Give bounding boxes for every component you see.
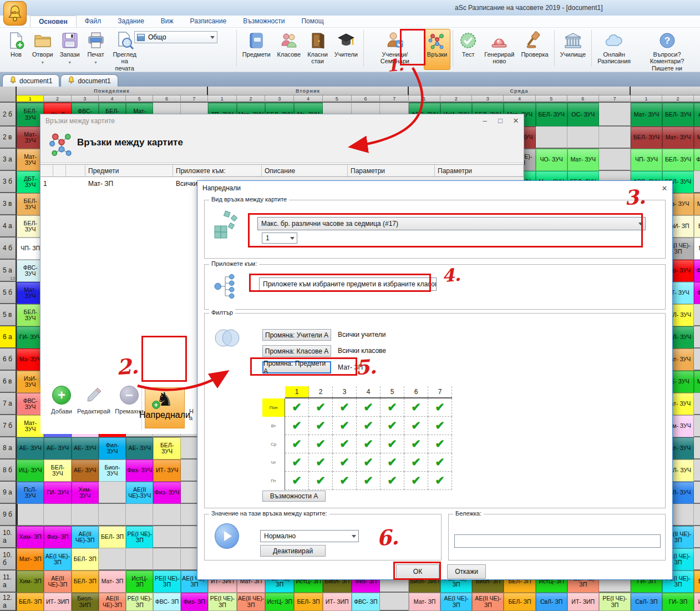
lesson-card[interactable]: БЕЛ- ЗП: [72, 548, 99, 570]
lesson-card[interactable]: АЕ(II ЧЕ)-ЗП: [472, 593, 504, 611]
timetable-cell[interactable]: [126, 548, 153, 570]
lesson-card[interactable]: Мат- ЗУЧ: [567, 149, 599, 171]
grid-check-cell[interactable]: ✔: [333, 472, 357, 490]
lesson-card[interactable]: БЕЛ- ЗП: [99, 526, 126, 548]
grid-check-cell[interactable]: ✔: [333, 398, 357, 417]
menu-item-Основен[interactable]: Основен: [30, 16, 77, 27]
ribbon-button-teachers[interactable]: Учители: [331, 29, 361, 70]
lesson-card[interactable]: БЕЛ- ЗП: [294, 593, 323, 611]
lesson-card[interactable]: Физ- ЗУЧ: [153, 482, 180, 504]
row-label-2 б[interactable]: 2 б: [0, 103, 17, 127]
lesson-card[interactable]: ЧО- ЗУЧ: [536, 149, 567, 171]
lesson-card[interactable]: Мат- ЗУЧ: [694, 371, 700, 393]
lesson-card[interactable]: СвЛ- ЗП: [631, 593, 662, 611]
options-a-button[interactable]: Възможности А: [262, 491, 326, 502]
lesson-card[interactable]: ИТ- ЗИП: [567, 593, 599, 611]
lesson-card[interactable]: АЕ- ЗУЧ: [72, 437, 99, 459]
grid-check-cell[interactable]: ✔: [381, 398, 404, 417]
timetable-cell[interactable]: [694, 171, 700, 193]
grid-check-cell[interactable]: ✔: [285, 453, 309, 472]
maximize-icon[interactable]: □: [493, 115, 508, 127]
timetable-cell[interactable]: [72, 504, 99, 526]
ribbon-button-open-folder[interactable]: Отвори: [29, 29, 57, 70]
lesson-card[interactable]: БЕЛ- ЗП: [694, 570, 700, 593]
lesson-card[interactable]: Мат- ЗП: [694, 238, 700, 260]
menu-item-Помощ[interactable]: Помощ: [293, 16, 332, 27]
row-label-5 а[interactable]: 5 а13: [0, 260, 17, 282]
grid-check-cell[interactable]: ✔: [357, 435, 381, 453]
menu-item-Възможности[interactable]: Възможности: [235, 16, 293, 27]
lesson-card[interactable]: ИстЦ- ЗП: [126, 570, 153, 593]
grid-check-cell[interactable]: ✔: [428, 435, 452, 453]
ribbon-button-classes[interactable]: Класове: [274, 29, 305, 70]
lesson-card[interactable]: ИТ- ЗИП: [44, 593, 71, 611]
lesson-card[interactable]: АЕ- ЗУЧ: [72, 459, 99, 482]
lesson-card[interactable]: ФВС- ЗУЧ: [694, 260, 700, 282]
grid-check-cell[interactable]: ✔: [357, 417, 381, 435]
ribbon-button-check[interactable]: Проверка: [518, 29, 551, 70]
timetable-cell[interactable]: [153, 526, 180, 548]
lesson-card[interactable]: БЕЛ- ЗУЧ: [153, 437, 180, 459]
document-tab-0[interactable]: document1: [2, 74, 59, 87]
menu-item-Файл[interactable]: Файл: [77, 16, 110, 27]
lesson-card[interactable]: Мат- ЗУЧ: [694, 193, 700, 215]
timetable-cell[interactable]: [44, 504, 71, 526]
timetable-cell[interactable]: [380, 593, 409, 611]
grid-check-cell[interactable]: ✔: [285, 398, 309, 417]
advanced-button[interactable]: ♞+ Напреднали: [145, 387, 185, 428]
lesson-card[interactable]: Физ- ЗП: [44, 526, 71, 548]
lesson-card[interactable]: БЕЛ- ЗУЧ: [631, 127, 662, 149]
close-icon[interactable]: ✕: [508, 115, 524, 127]
add-link-button[interactable]: + Добави: [44, 385, 79, 415]
lesson-card[interactable]: РЕ(I ЧЕ)-ЗП: [599, 593, 631, 611]
lesson-card[interactable]: Мат- ЗУЧ: [17, 415, 44, 437]
grid-check-cell[interactable]: ✔: [357, 472, 381, 490]
row-label-11. а[interactable]: 11. а: [0, 570, 17, 593]
lesson-card[interactable]: БЕЛ- ЗП: [17, 593, 44, 611]
lesson-card[interactable]: Физ- ЗП: [181, 593, 208, 611]
lesson-card[interactable]: ФВС- ЗП: [153, 593, 180, 611]
lesson-card[interactable]: АЕ(II ЧЕ)-ЗУЧ: [126, 482, 153, 504]
row-label-5 в[interactable]: 5 в: [0, 304, 17, 326]
close-icon[interactable]: ✕: [657, 183, 672, 194]
row-label-9 а[interactable]: 9 а: [0, 482, 17, 504]
change-classes-button[interactable]: Промяна: Класове А: [262, 345, 331, 357]
timetable-cell[interactable]: [99, 548, 126, 570]
row-label-6 в[interactable]: 6 в: [0, 371, 17, 393]
ribbon-button-links[interactable]: Връзки: [424, 29, 450, 70]
lesson-card[interactable]: ФВС- ЗП: [352, 593, 381, 611]
lesson-card[interactable]: Физ- ЗУЧ: [126, 459, 153, 482]
timetable-cell[interactable]: [567, 127, 599, 149]
lesson-card[interactable]: РЕ(I ЧЕ)-ЗП: [208, 593, 237, 611]
lesson-card[interactable]: РЕ(I ЧЕ)-ЗП: [126, 526, 153, 548]
lesson-card[interactable]: Биол- ЗУЧ: [99, 459, 126, 482]
lesson-card[interactable]: Биол- ЗИП: [72, 593, 99, 611]
lesson-card[interactable]: АЕ- ЗУЧ: [694, 103, 700, 127]
lesson-card[interactable]: БЕЛ- ЗП: [694, 215, 700, 238]
dialog1-title-bar[interactable]: Връзки между картите – □ ✕: [40, 114, 524, 127]
grid-check-cell[interactable]: ✔: [357, 398, 381, 417]
grid-check-cell[interactable]: ✔: [285, 417, 309, 435]
lesson-card[interactable]: Мат- ЗП: [17, 548, 44, 570]
lesson-card[interactable]: БЕЛ- ЗУЧ: [44, 459, 71, 482]
lesson-card[interactable]: Хим- ЗП: [17, 526, 44, 548]
lesson-card[interactable]: БЕЛ- ЗУЧ: [536, 103, 567, 127]
row-label-7 б[interactable]: 7 б: [0, 415, 17, 437]
timetable-cell[interactable]: [99, 482, 126, 504]
row-label-9 б[interactable]: 9 б: [0, 504, 17, 526]
lesson-card[interactable]: БЕЛ- ЗУЧ: [662, 149, 694, 171]
view-select[interactable]: Общо: [134, 31, 217, 43]
ribbon-button-save[interactable]: Запази: [57, 29, 83, 70]
timetable-cell[interactable]: [153, 504, 180, 526]
grid-check-cell[interactable]: ✔: [333, 435, 357, 453]
grid-check-cell[interactable]: ✔: [309, 435, 333, 453]
lesson-card[interactable]: ПсЛ- ЗУЧ: [17, 482, 44, 504]
lesson-card[interactable]: ФВС- ЗУЧ: [694, 149, 700, 171]
lesson-card[interactable]: Хим- ЗП: [17, 570, 44, 593]
cancel-button[interactable]: Откажи: [447, 564, 486, 579]
timetable-cell[interactable]: [694, 482, 700, 504]
lesson-card[interactable]: ОС- ЗУЧ: [567, 103, 599, 127]
grid-check-cell[interactable]: ✔: [381, 417, 404, 435]
timetable-cell[interactable]: [694, 393, 700, 415]
lesson-card[interactable]: АЕ(II ЧЕ)-ЗП: [237, 593, 266, 611]
